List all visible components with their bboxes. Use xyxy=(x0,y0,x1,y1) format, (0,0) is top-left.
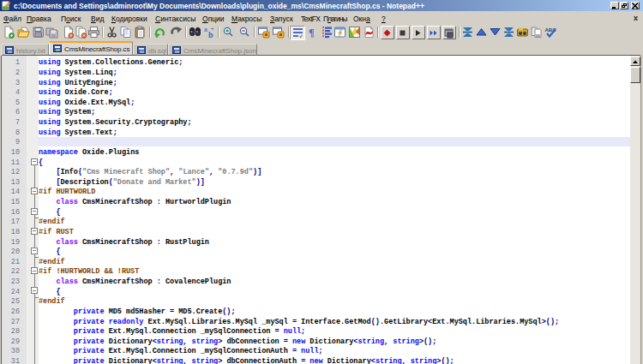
svg-text:a: a xyxy=(204,27,207,33)
svg-text:b: b xyxy=(208,31,213,39)
svg-text:¶: ¶ xyxy=(309,27,314,39)
